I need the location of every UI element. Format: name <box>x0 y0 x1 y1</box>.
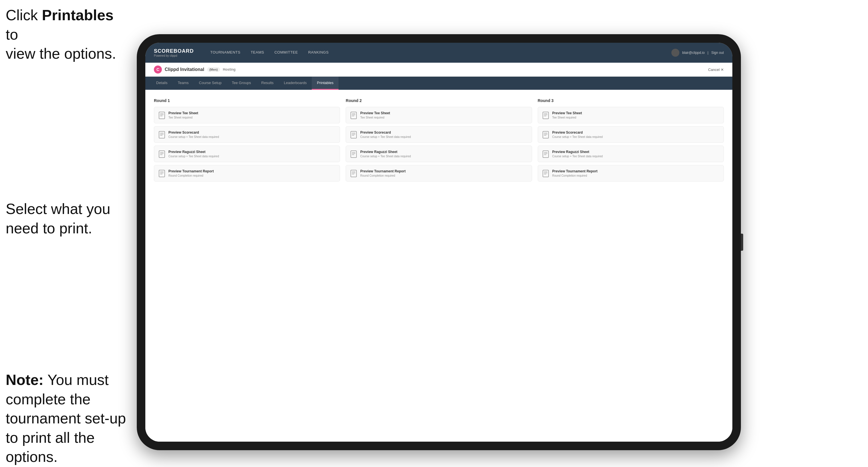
tablet-frame: SCOREBOARD Powered by clippd TOURNAMENTS… <box>137 34 741 450</box>
user-email: blair@clippd.io <box>682 51 705 55</box>
round1-raguzzi-text: Preview Raguzzi Sheet Course setup + Tee… <box>168 150 335 158</box>
svg-rect-44 <box>543 151 549 158</box>
print-icon <box>159 112 165 119</box>
round1-scorecard-card[interactable]: Preview Scorecard Course setup + Tee She… <box>154 126 340 143</box>
svg-rect-12 <box>159 151 165 158</box>
svg-rect-48 <box>543 170 549 177</box>
sign-out-link[interactable]: Sign out <box>711 51 724 55</box>
round3-report-text: Preview Tournament Report Round Completi… <box>552 169 719 177</box>
r2-print-icon-2 <box>350 131 357 138</box>
note-bold: Note: <box>6 372 43 388</box>
round3-scorecard-text: Preview Scorecard Course setup + Tee She… <box>552 130 719 138</box>
round2-scorecard-subtitle: Course setup + Tee Sheet data required <box>360 135 527 138</box>
nav-committee[interactable]: COMMITTEE <box>269 43 303 63</box>
top-nav: SCOREBOARD Powered by clippd TOURNAMENTS… <box>145 43 732 63</box>
round2-raguzzi-text: Preview Raguzzi Sheet Course setup + Tee… <box>360 150 527 158</box>
rounds-container: Round 1 Preview Tee Sheet Tee Sheet requ… <box>154 98 724 184</box>
round-1-section: Round 1 Preview Tee Sheet Tee Sheet requ… <box>154 98 340 184</box>
print-icon-3 <box>159 150 165 158</box>
brand: SCOREBOARD Powered by clippd <box>154 48 194 57</box>
round3-scorecard-subtitle: Course setup + Tee Sheet data required <box>552 135 719 138</box>
svg-rect-20 <box>351 112 356 119</box>
round1-raguzzi-card[interactable]: Preview Raguzzi Sheet Course setup + Tee… <box>154 146 340 162</box>
nav-tournaments[interactable]: TOURNAMENTS <box>205 43 246 63</box>
brand-sub: Powered by clippd <box>154 54 194 57</box>
round1-scorecard-text: Preview Scorecard Course setup + Tee She… <box>168 130 335 138</box>
main-content: Round 1 Preview Tee Sheet Tee Sheet requ… <box>145 90 732 442</box>
round3-report-title: Preview Tournament Report <box>552 169 719 173</box>
nav-teams[interactable]: TEAMS <box>246 43 269 63</box>
tab-printables[interactable]: Printables <box>312 76 339 90</box>
round3-tee-sheet-title: Preview Tee Sheet <box>552 111 719 115</box>
nav-rankings[interactable]: RANKINGS <box>303 43 334 63</box>
round-2-title: Round 2 <box>346 98 532 103</box>
tab-details[interactable]: Details <box>151 76 173 90</box>
round1-scorecard-subtitle: Course setup + Tee Sheet data required <box>168 135 335 138</box>
round3-tee-sheet-card[interactable]: Preview Tee Sheet Tee Sheet required <box>538 107 724 123</box>
round3-raguzzi-card[interactable]: Preview Raguzzi Sheet Course setup + Tee… <box>538 146 724 162</box>
instruction-bottom: Note: You mustcomplete thetournament set… <box>6 370 131 467</box>
round-2-section: Round 2 Preview Tee Sheet Tee Sheet requ… <box>346 98 532 184</box>
round3-tee-sheet-subtitle: Tee Sheet required <box>552 116 719 119</box>
sub-header: C Clippd Invitational (Men) Hosting Canc… <box>145 63 732 76</box>
print-icon-2 <box>159 131 165 138</box>
round-3-section: Round 3 Preview Tee Sheet Tee Sheet requ… <box>538 98 724 184</box>
round3-report-card[interactable]: Preview Tournament Report Round Completi… <box>538 165 724 182</box>
round1-tee-sheet-subtitle: Tee Sheet required <box>168 116 335 119</box>
r2-print-icon-1 <box>350 112 357 119</box>
tab-teams[interactable]: Teams <box>173 76 194 90</box>
tablet-side-button <box>741 234 743 251</box>
r3-print-icon-3 <box>542 150 549 158</box>
tab-bar: Details Teams Course Setup Tee Groups Re… <box>145 76 732 90</box>
round2-report-card[interactable]: Preview Tournament Report Round Completi… <box>346 165 532 182</box>
round3-report-subtitle: Round Completion required <box>552 174 719 177</box>
instruction-top: Click Printables toview the options. <box>6 6 125 64</box>
round1-scorecard-title: Preview Scorecard <box>168 130 335 134</box>
tournament-title: C Clippd Invitational (Men) Hosting <box>154 65 236 73</box>
tab-results[interactable]: Results <box>256 76 279 90</box>
round2-scorecard-card[interactable]: Preview Scorecard Course setup + Tee She… <box>346 126 532 143</box>
tournament-division: (Men) <box>207 67 220 72</box>
round2-tee-sheet-card[interactable]: Preview Tee Sheet Tee Sheet required <box>346 107 532 123</box>
round2-tee-sheet-text: Preview Tee Sheet Tee Sheet required <box>360 111 527 119</box>
round3-scorecard-card[interactable]: Preview Scorecard Course setup + Tee She… <box>538 126 724 143</box>
print-icon-4 <box>159 170 165 177</box>
svg-rect-40 <box>543 131 549 138</box>
svg-rect-24 <box>351 131 356 138</box>
round3-tee-sheet-text: Preview Tee Sheet Tee Sheet required <box>552 111 719 119</box>
separator: | <box>708 51 708 55</box>
tab-tee-groups[interactable]: Tee Groups <box>227 76 256 90</box>
r3-print-icon-2 <box>542 131 549 138</box>
round3-scorecard-title: Preview Scorecard <box>552 130 719 134</box>
round2-raguzzi-card[interactable]: Preview Raguzzi Sheet Course setup + Tee… <box>346 146 532 162</box>
svg-rect-32 <box>351 170 356 177</box>
svg-rect-36 <box>543 112 549 119</box>
svg-rect-16 <box>159 170 165 177</box>
r3-print-icon-4 <box>542 170 549 177</box>
tab-leaderboards[interactable]: Leaderboards <box>279 76 312 90</box>
round2-raguzzi-subtitle: Course setup + Tee Sheet data required <box>360 155 527 158</box>
round2-scorecard-title: Preview Scorecard <box>360 130 527 134</box>
round1-raguzzi-subtitle: Course setup + Tee Sheet data required <box>168 155 335 158</box>
round1-tee-sheet-text: Preview Tee Sheet Tee Sheet required <box>168 111 335 119</box>
round2-tee-sheet-subtitle: Tee Sheet required <box>360 116 527 119</box>
tournament-logo: C <box>154 65 162 73</box>
svg-rect-8 <box>159 131 165 138</box>
round1-report-card[interactable]: Preview Tournament Report Round Completi… <box>154 165 340 182</box>
tournament-name: Clippd Invitational <box>165 67 204 72</box>
tab-course-setup[interactable]: Course Setup <box>194 76 227 90</box>
instruction-middle: Select what youneed to print. <box>6 199 110 238</box>
round2-report-text: Preview Tournament Report Round Completi… <box>360 169 527 177</box>
top-nav-items: TOURNAMENTS TEAMS COMMITTEE RANKINGS <box>205 43 671 63</box>
hosting-status: Hosting <box>223 67 236 71</box>
cancel-button[interactable]: Cancel ✕ <box>708 67 724 72</box>
brand-title: SCOREBOARD <box>154 48 194 54</box>
r3-print-icon-1 <box>542 112 549 119</box>
round1-tee-sheet-title: Preview Tee Sheet <box>168 111 335 115</box>
round1-tee-sheet-card[interactable]: Preview Tee Sheet Tee Sheet required <box>154 107 340 123</box>
app-container: SCOREBOARD Powered by clippd TOURNAMENTS… <box>145 43 732 442</box>
round-3-title: Round 3 <box>538 98 724 103</box>
r2-print-icon-4 <box>350 170 357 177</box>
round1-report-title: Preview Tournament Report <box>168 169 335 173</box>
round3-raguzzi-subtitle: Course setup + Tee Sheet data required <box>552 155 719 158</box>
